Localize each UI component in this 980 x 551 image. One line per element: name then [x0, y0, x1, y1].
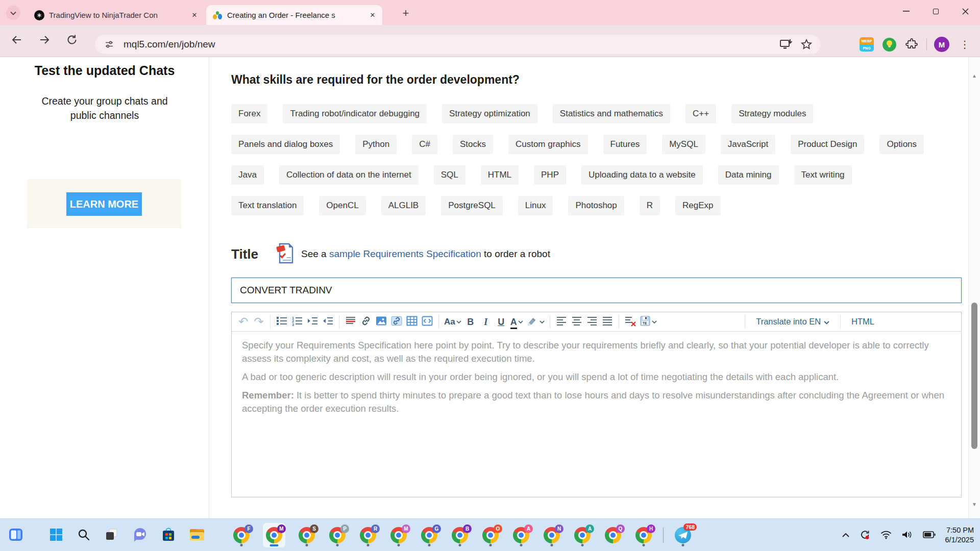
skill-tag[interactable]: MySQL [662, 135, 705, 154]
tab-close-icon[interactable]: ✕ [368, 11, 377, 20]
skill-tag[interactable]: Photoshop [568, 196, 624, 215]
tray-sync-button[interactable] [860, 529, 871, 542]
translate-button[interactable]: Translate into EN [749, 317, 837, 327]
table-button[interactable] [404, 315, 420, 329]
scroll-down-arrow[interactable]: ▼ [969, 499, 980, 509]
taskbar-chrome-profile-a-button[interactable]: A [573, 523, 592, 547]
new-tab-button[interactable]: + [399, 7, 412, 20]
skill-tag[interactable]: Java [231, 165, 264, 185]
site-settings-tune-icon[interactable] [102, 37, 116, 52]
bullet-list-button[interactable] [274, 315, 289, 329]
skill-tag[interactable]: Strategy modules [731, 104, 813, 123]
taskbar-store-button[interactable] [161, 523, 176, 547]
tray-tray-chevron-up-button[interactable] [842, 532, 850, 539]
learn-more-button[interactable]: LEARN MORE [66, 192, 142, 216]
taskbar-widgets-button[interactable] [7, 523, 24, 547]
taskbar-chrome-profile-n-button[interactable]: N [543, 523, 561, 547]
link-button[interactable] [358, 315, 374, 329]
underline-button[interactable]: U [494, 315, 509, 329]
horizontal-rule-button[interactable] [343, 315, 358, 329]
skill-tag[interactable]: C++ [685, 104, 716, 123]
taskbar-chrome-profile-m-button[interactable]: M [389, 523, 408, 547]
skill-tag[interactable]: Futures [603, 135, 647, 154]
outdent-button[interactable] [320, 315, 335, 329]
taskbar-chrome-profile-s-button[interactable]: S [298, 523, 316, 547]
tray-wifi-button[interactable] [880, 530, 892, 541]
skill-tag[interactable]: PostgreSQL [441, 196, 503, 215]
html-view-button[interactable]: HTML [844, 317, 881, 327]
skill-tag[interactable]: R [640, 196, 660, 215]
skill-tag[interactable]: Options [879, 135, 924, 154]
order-title-input[interactable] [231, 278, 962, 303]
back-button[interactable] [9, 34, 24, 49]
image-button[interactable] [374, 315, 389, 329]
taskbar-chrome-profile-r-button[interactable]: R [359, 523, 377, 547]
scrollbar-thumb[interactable] [971, 303, 977, 449]
taskbar-search-button[interactable] [76, 523, 91, 547]
skill-tag[interactable]: HTML [481, 165, 519, 185]
minimize-button[interactable] [891, 0, 921, 22]
align-center-button[interactable] [569, 315, 584, 329]
code-view-button[interactable] [420, 315, 435, 329]
skill-tag[interactable]: ALGLIB [381, 196, 426, 215]
skill-tag[interactable]: Text writing [794, 165, 852, 185]
close-window-button[interactable] [950, 0, 980, 22]
taskbar-task-view-button[interactable] [104, 523, 119, 547]
extensions-puzzle-icon[interactable] [904, 37, 919, 52]
skill-tag[interactable]: Product Design [791, 135, 864, 154]
taskbar-chrome-profile-g-button[interactable]: G [420, 523, 438, 547]
skill-tag[interactable]: Python [355, 135, 397, 154]
skill-tag[interactable]: Stocks [453, 135, 493, 154]
bold-button[interactable]: B [463, 315, 478, 329]
lightbulb-extension-icon[interactable] [881, 37, 897, 52]
redo-button[interactable]: ↷ [251, 315, 266, 329]
webp-converter-extension-icon[interactable]: WEBP PNG [859, 37, 874, 52]
taskbar-edge-button[interactable] [218, 523, 220, 547]
skill-tag[interactable]: Trading robot/indicator debugging [283, 104, 427, 123]
skill-tag[interactable]: Collection of data on the internet [279, 165, 419, 185]
highlight-button[interactable] [525, 315, 546, 329]
skill-tag[interactable]: SQL [434, 165, 465, 185]
taskbar-chrome-profile-a-button[interactable]: A [512, 523, 530, 547]
scroll-up-arrow[interactable]: ▲ [969, 70, 980, 81]
taskbar-chrome-profile-o-button[interactable]: O [481, 523, 500, 547]
tab-search-button[interactable] [6, 6, 20, 20]
text-color-button[interactable]: A [509, 315, 525, 329]
skill-tag[interactable]: Panels and dialog boxes [231, 135, 340, 154]
profile-avatar[interactable]: M [934, 37, 949, 52]
bookmark-star-icon[interactable] [799, 37, 814, 52]
editor-body[interactable]: Specify your Requirements Specification … [232, 332, 961, 497]
browser-tab[interactable]: Creating an Order - Freelance s✕ [206, 5, 382, 25]
taskbar-telegram-button[interactable]: 768 [674, 523, 692, 547]
taskbar-file-explorer-button[interactable] [188, 523, 206, 547]
insert-template-button[interactable]: TE [638, 315, 658, 329]
skill-tag[interactable]: JavaScript [721, 135, 775, 154]
menu-kebab-icon[interactable]: ⋮ [957, 38, 973, 51]
skill-tag[interactable]: Text translation [231, 196, 304, 215]
skill-tag[interactable]: Custom graphics [508, 135, 588, 154]
skill-tag[interactable]: Uploading data to a website [581, 165, 703, 185]
skill-tag[interactable]: RegExp [675, 196, 720, 215]
taskbar-chrome-profile-f-button[interactable]: F [232, 523, 251, 547]
tray-volume-button[interactable] [901, 530, 913, 541]
maximize-button[interactable] [921, 0, 950, 22]
italic-button[interactable]: I [478, 315, 494, 329]
link-page-button[interactable] [389, 315, 404, 329]
reload-button[interactable] [64, 34, 80, 49]
skill-tag[interactable]: Data mining [718, 165, 779, 185]
tab-close-icon[interactable]: ✕ [190, 11, 199, 20]
indent-button[interactable] [305, 315, 320, 329]
tray-battery-button[interactable] [923, 531, 936, 540]
url-text[interactable]: mql5.com/en/job/new [124, 39, 779, 50]
skill-tag[interactable]: Statistics and mathematics [553, 104, 670, 123]
sample-spec-link[interactable]: sample Requirements Specification [329, 248, 481, 259]
taskbar-chrome-profile-p-button[interactable]: P [328, 523, 347, 547]
install-download-icon[interactable] [779, 37, 793, 52]
taskbar-chrome-profile-m-button[interactable]: M [263, 523, 285, 547]
clear-format-button[interactable] [623, 315, 638, 329]
taskbar-chrome-profile-b-button[interactable]: B [451, 523, 469, 547]
align-justify-button[interactable] [600, 315, 615, 329]
skill-tag[interactable]: Forex [231, 104, 267, 123]
taskbar-chrome-profile-h-button[interactable]: H [634, 523, 653, 547]
taskbar-clock[interactable]: 7:50 PM 6/1/2025 [945, 525, 974, 545]
